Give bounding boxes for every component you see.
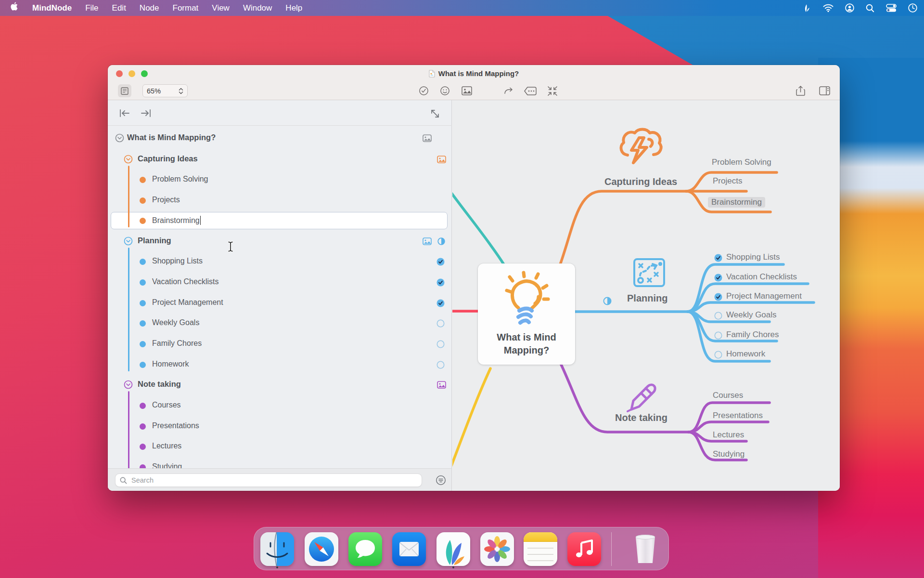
map-node-project-management[interactable]: Project Management bbox=[726, 291, 802, 301]
branch-node-capturing-ideas[interactable]: Capturing Ideas bbox=[604, 176, 677, 187]
map-node-studying[interactable]: Studying bbox=[713, 449, 744, 459]
map-task-checkbox-family-chores[interactable] bbox=[714, 331, 722, 340]
task-checkbox[interactable] bbox=[436, 319, 445, 329]
control-center-icon[interactable] bbox=[886, 4, 897, 12]
outline-row-projects[interactable]: Projects bbox=[108, 190, 451, 210]
disclosure-icon[interactable] bbox=[124, 236, 133, 248]
task-checkmark-button[interactable] bbox=[416, 84, 431, 97]
dock-notes[interactable] bbox=[524, 532, 557, 566]
filter-button[interactable] bbox=[436, 475, 446, 487]
menu-item-file[interactable]: File bbox=[78, 0, 105, 16]
map-node-projects[interactable]: Projects bbox=[713, 176, 742, 186]
outline-row-family-chores[interactable]: Family Chores bbox=[108, 334, 451, 354]
redo-arrow-button[interactable] bbox=[501, 84, 516, 97]
map-node-shopping-lists[interactable]: Shopping Lists bbox=[726, 252, 780, 262]
clock-icon[interactable] bbox=[908, 3, 917, 13]
map-task-checkbox-project-management[interactable] bbox=[714, 293, 722, 301]
zoom-stepper[interactable]: 65% bbox=[142, 84, 188, 97]
dock-music[interactable] bbox=[567, 532, 601, 566]
outline-row-capturing-ideas[interactable]: Capturing Ideas bbox=[108, 149, 451, 170]
outline-row-shopping-lists[interactable]: Shopping Lists bbox=[108, 251, 451, 272]
outline-row-studying[interactable]: Studying bbox=[108, 457, 451, 468]
menu-item-window[interactable]: Window bbox=[236, 0, 279, 16]
notes-icon bbox=[524, 532, 557, 566]
mindmap-canvas[interactable]: What is Mind Mapping? bbox=[452, 100, 840, 491]
node-bullet bbox=[140, 259, 146, 265]
outline-row-note-taking[interactable]: Note taking bbox=[108, 375, 451, 395]
outline-row-presentations[interactable]: Presentations bbox=[108, 416, 451, 436]
outline-row-planning[interactable]: Planning bbox=[108, 231, 451, 251]
outline-toggle-button[interactable] bbox=[118, 84, 131, 97]
map-task-checkbox-shopping-lists[interactable] bbox=[714, 254, 722, 262]
outline-row-vacation-checklists[interactable]: Vacation Checklists bbox=[108, 272, 451, 292]
dock-mindnode[interactable] bbox=[436, 532, 470, 566]
mindnode-leaf-icon[interactable] bbox=[802, 3, 811, 13]
menu-item-node[interactable]: Node bbox=[133, 0, 166, 16]
dock-trash[interactable] bbox=[629, 532, 662, 566]
mindnode-running-dot bbox=[452, 566, 454, 568]
sticker-smiley-button[interactable] bbox=[437, 84, 452, 97]
search-input[interactable] bbox=[130, 476, 417, 485]
account-icon[interactable] bbox=[845, 3, 854, 13]
map-node-brainstorming[interactable]: Brainstorming bbox=[708, 197, 765, 208]
menu-item-help[interactable]: Help bbox=[279, 0, 309, 16]
outline-row-lectures[interactable]: Lectures bbox=[108, 436, 451, 457]
image-attachment-icon bbox=[437, 156, 446, 165]
disclosure-icon[interactable] bbox=[124, 380, 133, 391]
collapse-all-button[interactable] bbox=[118, 108, 131, 120]
map-node-homework[interactable]: Homework bbox=[726, 349, 765, 359]
outline-row-weekly-goals[interactable]: Weekly Goals bbox=[108, 313, 451, 333]
wifi-icon[interactable] bbox=[823, 4, 834, 12]
map-task-checkbox-weekly-goals[interactable] bbox=[714, 312, 722, 320]
inspector-toggle-button[interactable] bbox=[817, 84, 832, 97]
pencil-doodle-icon bbox=[625, 381, 658, 412]
share-button[interactable] bbox=[793, 84, 808, 97]
menu-item-app[interactable]: MindNode bbox=[26, 0, 78, 16]
branch-node-planning[interactable]: Planning bbox=[627, 293, 667, 304]
map-node-courses[interactable]: Courses bbox=[713, 391, 743, 400]
outline-connector-planning bbox=[128, 248, 129, 371]
outline-row-brainstorming[interactable]: Brainstorming bbox=[108, 210, 451, 231]
stepper-chevrons-icon bbox=[179, 87, 183, 95]
mindnode-icon bbox=[436, 532, 470, 566]
outline-row-project-management[interactable]: Project Management bbox=[108, 293, 451, 313]
map-task-checkbox-vacation-checklists[interactable] bbox=[714, 274, 722, 282]
apple-menu[interactable] bbox=[0, 0, 26, 16]
branch-node-note-taking[interactable]: Note taking bbox=[615, 412, 667, 423]
expand-panel-button[interactable] bbox=[429, 108, 441, 121]
task-checkbox[interactable] bbox=[436, 278, 445, 289]
map-task-checkbox-homework[interactable] bbox=[714, 351, 722, 359]
media-image-button[interactable] bbox=[460, 84, 474, 97]
task-checkbox[interactable] bbox=[436, 361, 445, 371]
task-checkbox[interactable] bbox=[436, 299, 445, 309]
menu-item-view[interactable]: View bbox=[205, 0, 236, 16]
map-node-weekly-goals[interactable]: Weekly Goals bbox=[726, 310, 777, 320]
node-popover-button[interactable] bbox=[523, 84, 538, 97]
outline-row-homework[interactable]: Homework bbox=[108, 355, 451, 375]
dock-messages[interactable] bbox=[348, 532, 382, 566]
menu-item-edit[interactable]: Edit bbox=[105, 0, 133, 16]
menu-item-format[interactable]: Format bbox=[166, 0, 205, 16]
map-node-family-chores[interactable]: Family Chores bbox=[726, 330, 779, 340]
outline-label: Weekly Goals bbox=[152, 318, 199, 327]
outline-row-what-is-mind-mapping[interactable]: What is Mind Mapping? bbox=[108, 128, 451, 148]
map-node-presentations[interactable]: Presentations bbox=[713, 411, 763, 420]
disclosure-icon[interactable] bbox=[124, 155, 133, 166]
expand-all-button[interactable] bbox=[140, 108, 152, 120]
outline-row-courses[interactable]: Courses bbox=[108, 395, 451, 416]
map-node-vacation-checklists[interactable]: Vacation Checklists bbox=[726, 272, 797, 282]
disclosure-icon[interactable] bbox=[115, 133, 124, 144]
central-node[interactable]: What is Mind Mapping? bbox=[478, 263, 575, 365]
map-node-lectures[interactable]: Lectures bbox=[713, 430, 744, 440]
fold-nodes-button[interactable] bbox=[545, 84, 560, 97]
dock-mail[interactable] bbox=[392, 532, 426, 566]
outline-row-problem-solving[interactable]: Problem Solving bbox=[108, 170, 451, 190]
task-checkbox[interactable] bbox=[436, 340, 445, 350]
dock-finder[interactable] bbox=[260, 532, 294, 566]
dock-photos[interactable] bbox=[480, 532, 514, 566]
spotlight-search-icon[interactable] bbox=[866, 4, 874, 13]
search-field[interactable] bbox=[115, 473, 422, 487]
task-checkbox[interactable] bbox=[436, 258, 445, 268]
dock-safari[interactable] bbox=[305, 532, 338, 566]
map-node-problem-solving[interactable]: Problem Solving bbox=[712, 158, 771, 167]
